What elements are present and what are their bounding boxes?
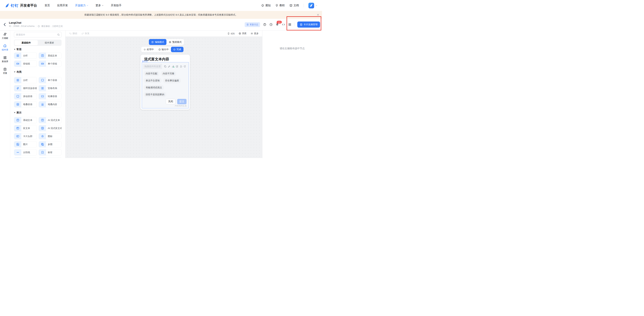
nav-item-首页[interactable]: 首页 [44, 4, 50, 7]
component-label: 宫格布局 [46, 85, 57, 91]
state-tab-完成[interactable]: 完成 [171, 47, 184, 52]
component-label: AI 流式富文本 [46, 125, 62, 131]
help-icon[interactable] [263, 23, 266, 26]
component-item-基础文本[interactable]: 基础文本 [39, 53, 62, 59]
header-tools: 更新日志 new 卡片实例管理 [245, 22, 320, 28]
dark-mode-button[interactable]: 黑夜 [238, 32, 247, 35]
component-icon-cell [14, 101, 21, 107]
search-box [14, 32, 62, 38]
thumb-up-icon[interactable] [180, 65, 182, 68]
state-tab-label: 完成 [176, 48, 181, 51]
debug-icon[interactable]: new [276, 23, 279, 26]
feedback-chip[interactable]: 表达不合逻辑 [144, 78, 162, 83]
panel-tabs: 基础组件组件素材 [14, 40, 62, 46]
nav-link-文档[interactable]: 文档 [290, 4, 299, 7]
redo-button[interactable]: 恢复 [82, 32, 90, 35]
component-item-分割线[interactable]: 分割线 [14, 149, 37, 155]
section-header-展示[interactable]: 展示 [14, 111, 62, 114]
nav-item-更多[interactable]: 更多 [96, 4, 104, 7]
preview-card[interactable]: 流式富文本内容 操作区 拖拽组件到这里 内容不匹配内容不完整表达不合逻辑存在事实… [140, 55, 190, 110]
component-label: 卡片头部 [21, 133, 32, 139]
card-instance-button[interactable]: 卡片实例管理 [297, 22, 320, 28]
update-log-button[interactable]: 更新日志 [245, 22, 260, 27]
feedback-chip[interactable]: 内容不完整 [161, 71, 176, 76]
component-label: 单个按钮 [46, 61, 57, 67]
component-icon-cell [39, 157, 46, 158]
rail-item-案例库[interactable]: 案例库 [2, 56, 8, 63]
component-item-卡片头部[interactable]: 卡片头部 [14, 133, 37, 139]
account-menu[interactable] [308, 3, 317, 9]
component-item-单个按钮[interactable]: BTN 单个按钮 [39, 61, 62, 67]
component-item-富文本[interactable]: 富文本 [14, 125, 37, 131]
submit-button[interactable]: 提交 [177, 99, 186, 104]
component-icon-cell: BTN [14, 61, 21, 67]
nav-item-应用开发[interactable]: 应用开发 [57, 4, 68, 7]
undo-button[interactable]: 撤销 [69, 32, 77, 35]
redo-label: 恢复 [85, 32, 90, 35]
component-item-基础文本[interactable]: 基础文本 [14, 117, 37, 123]
more-button[interactable]: 更多 [250, 32, 259, 35]
feedback-chip[interactable]: 内容不匹配 [144, 71, 159, 76]
rail-item-组件库[interactable]: 组件库 [2, 44, 8, 51]
component-item-堆叠内容[interactable]: 堆叠内容 [39, 101, 62, 108]
undo-label: 撤销 [72, 32, 77, 35]
nav-item-开放能力[interactable]: 开放能力 [75, 4, 88, 7]
component-item-图片[interactable]: 图片 [14, 141, 37, 147]
grid-apps-icon[interactable] [288, 23, 292, 26]
nav-link-教程[interactable]: 教程 [275, 4, 285, 7]
component-grid: 基础文本 AI 流式文本 富文本 AI 流式富文本 卡片头部 图标 [14, 117, 62, 158]
theme-label: 黑夜 [242, 32, 247, 35]
back-button[interactable] [3, 23, 7, 27]
component-item-循环渲染容器[interactable]: 循环渲染容器 [14, 85, 37, 91]
edit-square-icon[interactable] [176, 65, 178, 68]
search-input[interactable] [16, 33, 56, 36]
code-icon[interactable] [282, 23, 285, 26]
panel-tab-基础组件[interactable]: 基础组件 [14, 40, 38, 45]
rail-item-变量[interactable]: 变量 [3, 68, 7, 74]
component-icon-cell [14, 117, 21, 123]
close-button[interactable]: 关闭 [166, 99, 176, 104]
region-label: 操作区 [142, 60, 148, 63]
state-tab-输出中[interactable]: 输出中 [156, 47, 171, 52]
check-circle-icon [173, 48, 176, 51]
component-item-宫格布局[interactable]: 宫格布局 [39, 85, 62, 91]
component-item-AI 流式文本[interactable]: AI 流式文本 [39, 117, 62, 123]
thumb-down-icon[interactable] [184, 65, 186, 68]
pencil-icon[interactable] [168, 65, 170, 68]
component-item-滚动容器[interactable]: 滚动容器 [14, 93, 37, 99]
component-item-多图[interactable]: 多图 [39, 141, 62, 147]
component-item-堆叠容器[interactable]: 堆叠容器 [14, 101, 37, 108]
drop-zone[interactable]: 拖拽组件到这里 内容不匹配内容不完整表达不合逻辑存在事实偏差有敏感词或观点回答不… [142, 62, 189, 108]
pencil-check-icon[interactable] [172, 65, 174, 68]
component-item-图标[interactable]: 图标 [39, 133, 62, 139]
feedback-chip[interactable]: 存在事实偏差 [163, 78, 181, 83]
component-item-链接[interactable]: 链接 [14, 157, 37, 158]
feedback-chip[interactable]: 回答不是我想要的 [144, 92, 166, 97]
state-tab-处理中[interactable]: 处理中 [141, 47, 156, 52]
tools-divider [294, 23, 294, 26]
rail-item-大纲树[interactable]: 大纲树 [2, 33, 8, 39]
component-item-轮播容器[interactable]: 轮播容器 [39, 93, 62, 99]
component-item-分栏[interactable]: 分栏 [14, 53, 37, 59]
component-label: 富文本 [21, 125, 30, 131]
component-item-按钮组[interactable]: BTN 按钮组 [14, 61, 37, 67]
component-item-标签[interactable]: 标签 [39, 149, 62, 155]
device-ios-button[interactable]: iOS [227, 32, 235, 35]
nav-link-通知[interactable]: 通知 [261, 4, 271, 7]
component-item-表格[interactable]: 表格 [39, 157, 62, 158]
feedback-chip[interactable]: 有敏感词或观点 [144, 85, 164, 90]
section-header-布局[interactable]: 布局 [14, 70, 62, 74]
close-icon[interactable] [317, 14, 319, 16]
section-header-常用[interactable]: 常用 [14, 48, 62, 51]
mode-tab-编辑模式[interactable]: 编辑模式 [149, 39, 166, 45]
copy-icon[interactable] [164, 65, 167, 68]
panel-tab-组件素材[interactable]: 组件素材 [38, 40, 61, 45]
brand-logo[interactable]: 钉钉 开发者平台 [5, 3, 37, 8]
component-item-分栏[interactable]: 分栏 [14, 77, 37, 83]
tree-icon [3, 33, 7, 36]
nav-item-开发助手[interactable]: 开发助手 [111, 4, 122, 7]
component-item-AI 流式富文本[interactable]: AI 流式富文本 [39, 125, 62, 131]
mode-tab-预览模式[interactable]: 预览模式 [166, 39, 184, 45]
history-icon[interactable] [270, 23, 272, 26]
component-item-单个容器[interactable]: 单个容器 [39, 77, 62, 83]
